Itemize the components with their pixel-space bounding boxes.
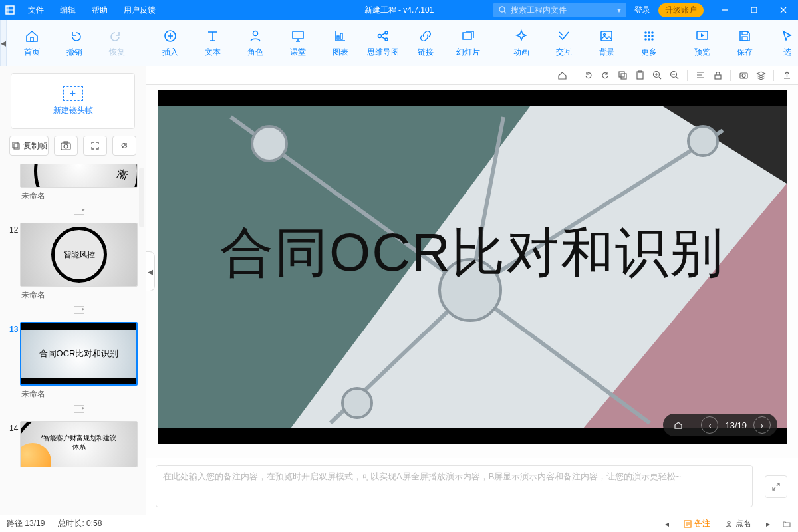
ct-lock-icon[interactable] (710, 68, 725, 83)
minimize-button[interactable] (710, 0, 739, 20)
nav-home-icon[interactable] (670, 416, 687, 434)
svg-point-40 (742, 74, 745, 78)
bg-label: 背景 (598, 47, 614, 58)
menu-feedback[interactable]: 用户反馈 (116, 0, 164, 20)
chart-label: 图表 (332, 47, 348, 58)
ct-paste-icon[interactable] (632, 68, 647, 83)
toolbar-scroll-left[interactable]: ◂ (0, 20, 7, 66)
svg-rect-13 (601, 31, 612, 41)
fullscreen-button[interactable] (83, 136, 107, 156)
plus-icon: + (63, 86, 83, 101)
menu-help[interactable]: 帮助 (84, 0, 116, 20)
menu-file[interactable]: 文件 (20, 0, 52, 20)
insert-button[interactable]: 插入 (149, 20, 192, 66)
status-rollcall-button[interactable]: 点名 (720, 517, 757, 531)
close-button[interactable] (769, 0, 798, 20)
ct-copy-icon[interactable] (615, 68, 630, 83)
undo-button[interactable]: 撤销 (53, 20, 96, 66)
save-button[interactable]: 保存 (724, 20, 766, 66)
ct-layers-icon[interactable] (753, 68, 768, 83)
menu-edit[interactable]: 编辑 (52, 0, 84, 20)
svg-point-17 (651, 31, 654, 34)
slide-thumb-13[interactable]: 13 合同OCR比对和识别 未命名 (3, 319, 140, 418)
status-notes-button[interactable]: 备注 (678, 517, 716, 531)
upgrade-button[interactable]: 升级账户 (658, 3, 704, 17)
nav-prev-button[interactable]: ‹ (701, 416, 718, 434)
ct-align-icon[interactable] (693, 68, 708, 83)
classroom-icon (291, 28, 305, 44)
anim-label: 动画 (513, 47, 529, 58)
more-button[interactable]: 更多 (628, 20, 670, 66)
svg-rect-32 (619, 72, 624, 77)
interact-button[interactable]: 交互 (543, 20, 585, 66)
ct-zoom-in-icon[interactable] (650, 68, 664, 83)
svg-point-21 (644, 38, 647, 41)
svg-point-9 (378, 35, 382, 38)
sparkle-icon (514, 28, 529, 44)
home-button[interactable]: 首页 (11, 20, 53, 66)
canvas-area: ◂ (146, 66, 798, 515)
ct-export-icon[interactable] (779, 68, 794, 83)
role-label: 角色 (247, 47, 263, 58)
slide-13-title: 合同OCR比对和识别 (21, 348, 136, 360)
class-button[interactable]: 课堂 (277, 20, 319, 66)
svg-point-53 (688, 126, 718, 156)
mindmap-button[interactable]: 思维导图 (362, 20, 404, 66)
ct-rotate-right-icon[interactable] (598, 68, 612, 83)
chart-button[interactable]: 图表 (319, 20, 362, 66)
svg-point-18 (644, 35, 647, 37)
cursor-icon (780, 28, 795, 44)
select-button[interactable]: 选 (766, 20, 798, 66)
ct-rotate-left-icon[interactable] (581, 68, 595, 83)
slide-panel: + 新建镜头帧 复制帧 漸 未命名 (0, 66, 146, 515)
camera-icon (61, 141, 71, 150)
canvas-toolbar (146, 66, 798, 85)
text-button[interactable]: 文本 (192, 20, 234, 66)
slide-thumb-14[interactable]: 14 *智能客户财富规划和建议体系 (3, 418, 140, 467)
text-label: 文本 (205, 47, 221, 58)
expand-diag-icon (771, 481, 781, 492)
chevron-down-icon[interactable]: ▾ (617, 5, 621, 15)
ct-home-icon[interactable] (555, 68, 569, 83)
status-folder-icon[interactable] (779, 517, 794, 531)
slide-main-title[interactable]: 合同OCR比对和识别 (158, 217, 787, 289)
ct-camera-icon[interactable] (736, 68, 751, 83)
maximize-button[interactable] (739, 0, 769, 20)
svg-point-15 (644, 31, 647, 34)
anim-button[interactable]: 动画 (500, 20, 543, 66)
preview-button[interactable]: 预览 (681, 20, 724, 66)
collapse-panel-button[interactable]: ◂ (146, 251, 155, 291)
status-prev-button[interactable]: ◂ (660, 518, 674, 530)
copy-frame-button[interactable]: 复制帧 (9, 136, 49, 156)
slide-canvas[interactable]: 合同OCR比对和识别 ‹ 13/19 › (158, 90, 787, 444)
more-label: 更多 (641, 47, 657, 58)
slide-button[interactable]: 幻灯片 (447, 20, 489, 66)
redo-button[interactable]: 恢复 (96, 20, 138, 66)
new-frame-button[interactable]: + 新建镜头帧 (11, 73, 135, 129)
slide-scrollbar[interactable] (139, 168, 144, 227)
select-label: 选 (783, 47, 791, 58)
status-duration: 总时长: 0:58 (51, 518, 108, 529)
link-button[interactable]: 链接 (404, 20, 447, 66)
svg-rect-12 (463, 33, 471, 39)
svg-point-54 (342, 388, 372, 418)
slide-thumb-12[interactable]: 12 智能风控 未命名 (3, 220, 140, 319)
status-next-button[interactable]: ▸ (761, 518, 775, 530)
chart-icon (333, 28, 348, 44)
transition-icon (20, 306, 138, 319)
camera-button[interactable] (54, 136, 78, 156)
loop-button[interactable] (112, 136, 136, 156)
bg-button[interactable]: 背景 (585, 20, 628, 66)
notes-expand-button[interactable] (765, 475, 787, 498)
person-icon (248, 28, 263, 44)
svg-point-22 (648, 38, 650, 41)
nav-next-button[interactable]: › (753, 416, 771, 434)
ct-zoom-out-icon[interactable] (667, 68, 682, 83)
search-input[interactable]: 搜索工程内文件 ▾ (493, 3, 626, 17)
role-button[interactable]: 角色 (234, 20, 277, 66)
slide-12-num: 12 (5, 223, 20, 319)
slide-thumb-11[interactable]: 漸 未命名 (3, 161, 140, 220)
login-link[interactable]: 登录 (626, 5, 658, 16)
notes-input[interactable] (156, 465, 753, 507)
svg-point-30 (64, 144, 68, 148)
